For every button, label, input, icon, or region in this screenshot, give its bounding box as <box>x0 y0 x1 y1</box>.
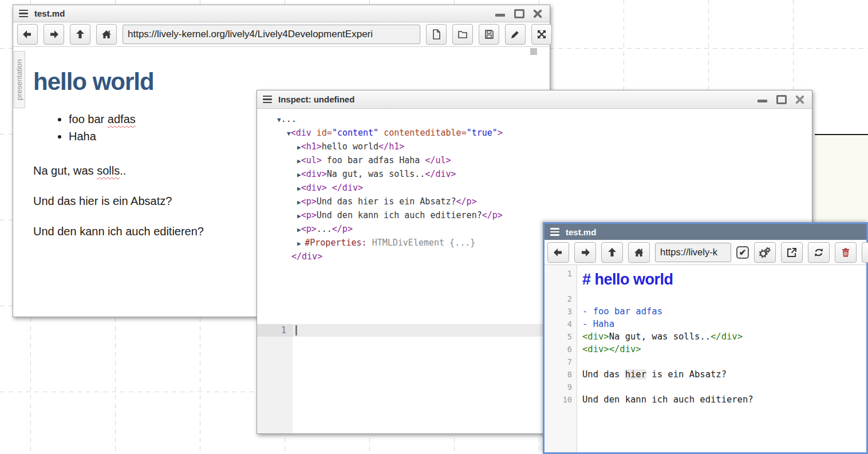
line-number: 10 <box>545 393 577 406</box>
back-button[interactable] <box>547 242 569 263</box>
up-button[interactable] <box>70 24 90 45</box>
dom-tree-line[interactable]: ▼<div id="content" contenteditable="true… <box>257 127 812 140</box>
line-number: 3 <box>545 305 577 318</box>
url-input[interactable]: https://lively-k <box>655 243 731 262</box>
code-line[interactable]: 3- foo bar adfas <box>545 305 866 318</box>
line-number: 7 <box>545 356 577 368</box>
navigation-toolbar: https://lively-kernel.org/lively4/Lively… <box>13 22 550 47</box>
titlebar[interactable]: test.md <box>13 5 550 22</box>
window-markdown-source: test.md https://lively-k ✔ 1# hello worl… <box>543 222 868 454</box>
menu-icon[interactable] <box>550 228 559 236</box>
titlebar[interactable]: test.md <box>545 224 866 240</box>
dom-tree-line[interactable]: ▶<div>Na gut, was solls..</div> <box>257 168 812 181</box>
save-button[interactable] <box>479 24 499 45</box>
source-editor[interactable]: 1# hello world23- foo bar adfas4- Haha5<… <box>545 265 866 452</box>
menu-icon[interactable] <box>263 96 272 104</box>
dom-tree-line[interactable]: ▶<ul> foo bar adfas Haha </ul> <box>257 154 812 168</box>
line-number: 1 <box>545 267 577 293</box>
line-number: 1 <box>257 324 293 337</box>
home-icon <box>101 29 112 40</box>
code-line[interactable]: 5<div>Na gut, was solls..</div> <box>545 330 866 343</box>
titlebar[interactable]: Inspect: undefined <box>257 90 812 109</box>
forward-arrow-icon <box>579 247 591 258</box>
editor-gutter <box>257 324 293 433</box>
line-number: 5 <box>545 330 577 343</box>
maximize-icon[interactable] <box>514 9 524 18</box>
expand-icon <box>536 29 547 40</box>
code-line[interactable]: 8Und das hier is ein Absatz? <box>545 368 866 381</box>
menu-icon[interactable] <box>19 10 28 18</box>
line-number: 6 <box>545 343 577 356</box>
pencil-icon <box>510 29 521 40</box>
new-file-button[interactable] <box>862 242 868 263</box>
open-external-icon <box>786 247 798 258</box>
line-number: 4 <box>545 318 577 330</box>
code-line[interactable]: 4- Haha <box>545 318 866 330</box>
navigation-toolbar: https://lively-k ✔ <box>545 240 866 265</box>
line-number: 8 <box>545 368 577 381</box>
text-cursor <box>295 325 297 335</box>
maximize-icon[interactable] <box>776 95 787 104</box>
up-arrow-icon <box>74 29 86 40</box>
forward-button[interactable] <box>574 242 596 263</box>
dom-tree-line[interactable]: ▶<h1>hello world</h1> <box>257 140 812 154</box>
window-title: Inspect: undefined <box>278 94 354 104</box>
dom-tree-line[interactable]: ▶<p>Und den kann ich auch editieren?</p> <box>257 209 812 223</box>
open-folder-button[interactable] <box>452 24 473 45</box>
back-arrow-icon <box>553 247 564 258</box>
forward-button[interactable] <box>44 24 64 45</box>
close-icon[interactable] <box>534 10 542 18</box>
delete-button[interactable] <box>835 242 857 263</box>
gears-icon <box>759 246 771 259</box>
expand-button[interactable] <box>531 24 552 45</box>
new-file-button[interactable] <box>426 24 447 45</box>
minimize-icon[interactable] <box>495 14 505 17</box>
dom-tree-line[interactable]: ▶<div> </div> <box>257 181 812 195</box>
line-number: 2 <box>545 293 577 305</box>
window-title: test.md <box>34 9 65 18</box>
forward-arrow-icon <box>48 29 60 40</box>
save-icon <box>483 29 495 40</box>
code-line[interactable]: 6<div></div> <box>545 343 866 356</box>
code-line[interactable]: 2 <box>545 293 866 305</box>
refresh-icon <box>813 247 824 258</box>
up-button[interactable] <box>601 242 623 263</box>
back-button[interactable] <box>17 24 38 45</box>
code-line[interactable]: 10Und den kann ich auch editieren? <box>545 393 866 406</box>
new-file-icon <box>431 29 442 40</box>
edit-button[interactable] <box>505 24 526 45</box>
checkbox-checked[interactable]: ✔ <box>736 246 749 259</box>
open-external-button[interactable] <box>781 242 803 263</box>
back-arrow-icon <box>22 29 33 40</box>
code-line[interactable]: 1# hello world <box>545 267 866 293</box>
minimize-icon[interactable] <box>757 100 767 102</box>
dom-tree-line[interactable]: ▶<p>Und das hier is ein Absatz?</p> <box>257 195 812 209</box>
trash-icon <box>840 247 851 258</box>
home-button[interactable] <box>96 24 117 45</box>
code-lines: 1# hello world23- foo bar adfas4- Haha5<… <box>545 267 866 406</box>
home-icon <box>633 247 645 258</box>
url-input[interactable]: https://lively-kernel.org/lively4/Lively… <box>123 25 420 44</box>
up-arrow-icon <box>606 247 618 258</box>
refresh-button[interactable] <box>808 242 830 263</box>
line-number: 9 <box>545 381 577 393</box>
code-line[interactable]: 7 <box>545 356 866 368</box>
close-icon[interactable] <box>796 96 804 104</box>
home-button[interactable] <box>628 242 650 263</box>
settings-button[interactable] <box>754 242 776 263</box>
code-line[interactable]: 9 <box>545 381 866 393</box>
background-panel <box>815 134 868 226</box>
window-title: test.md <box>566 227 596 237</box>
folder-icon <box>457 29 468 40</box>
dom-tree-line[interactable]: ▼... <box>257 113 812 127</box>
